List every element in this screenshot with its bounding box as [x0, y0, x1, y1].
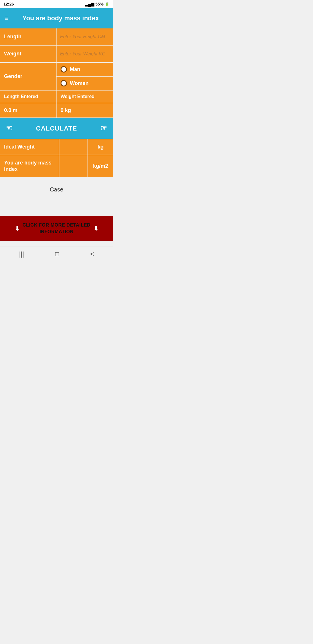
hand-left-icon: ☜: [6, 124, 13, 133]
length-entered-value: 0.0 m: [0, 103, 57, 117]
ideal-weight-label: Ideal Weight: [0, 139, 59, 155]
case-text: Case: [0, 178, 113, 216]
length-input-cell[interactable]: [57, 28, 113, 45]
length-row: Length: [0, 28, 113, 46]
download-left-icon: ⬇: [14, 225, 20, 232]
hand-right-icon: ☞: [100, 124, 107, 133]
ideal-weight-value: [59, 139, 88, 155]
length-entered-header: Length Entered: [0, 91, 57, 103]
weight-entered-header: Weight Entered: [57, 91, 113, 103]
status-time: 12:26: [3, 2, 14, 6]
info-button-label: CLICK FOR MORE DETAILEDINFORMATION: [20, 222, 93, 235]
weight-input[interactable]: [60, 51, 110, 57]
status-icons: ▂▄▆ 55% 🔋: [85, 2, 110, 6]
weight-row: Weight: [0, 46, 113, 63]
weight-label: Weight: [0, 46, 57, 62]
gender-row: Gender Man Women: [0, 63, 113, 91]
gender-label: Gender: [0, 63, 57, 90]
weight-entered-value: 0 kg: [57, 103, 113, 117]
nav-menu-icon[interactable]: |||: [19, 250, 24, 258]
length-input[interactable]: [60, 34, 110, 39]
weight-input-cell[interactable]: [57, 46, 113, 62]
gender-man-label: Man: [70, 66, 80, 73]
ideal-weight-row: Ideal Weight kg: [0, 139, 113, 155]
status-bar: 12:26 ▂▄▆ 55% 🔋: [0, 0, 113, 8]
download-right-icon: ⬇: [93, 225, 99, 232]
entered-headers-row: Length Entered Weight Entered: [0, 91, 113, 103]
calculate-button[interactable]: ☜ CALCULATE ☞: [0, 118, 113, 139]
nav-home-icon[interactable]: □: [55, 250, 59, 258]
radio-man-circle: [61, 66, 67, 73]
radio-women-circle: [61, 80, 67, 86]
gender-women-label: Women: [70, 80, 89, 86]
calculate-label: CALCULATE: [36, 125, 77, 132]
info-button[interactable]: ⬇ CLICK FOR MORE DETAILEDINFORMATION ⬇: [0, 216, 113, 241]
length-label: Length: [0, 28, 57, 45]
nav-back-icon[interactable]: <: [90, 250, 94, 258]
menu-icon[interactable]: ≡: [5, 15, 8, 21]
entered-values-row: 0.0 m 0 kg: [0, 103, 113, 118]
gender-man-option[interactable]: Man: [57, 63, 113, 76]
ideal-weight-unit: kg: [88, 139, 113, 155]
header-title: You are body mass index: [13, 15, 108, 22]
bottom-nav: ||| □ <: [0, 247, 113, 261]
results-section: Ideal Weight kg You are body mass index …: [0, 139, 113, 178]
gender-options: Man Women: [57, 63, 113, 90]
header: ≡ You are body mass index: [0, 8, 113, 28]
bmi-value: [59, 155, 88, 177]
bmi-row: You are body mass index kg/m2: [0, 155, 113, 177]
gender-women-option[interactable]: Women: [57, 77, 113, 90]
bmi-label: You are body mass index: [0, 155, 59, 177]
bmi-unit: kg/m2: [88, 155, 113, 177]
